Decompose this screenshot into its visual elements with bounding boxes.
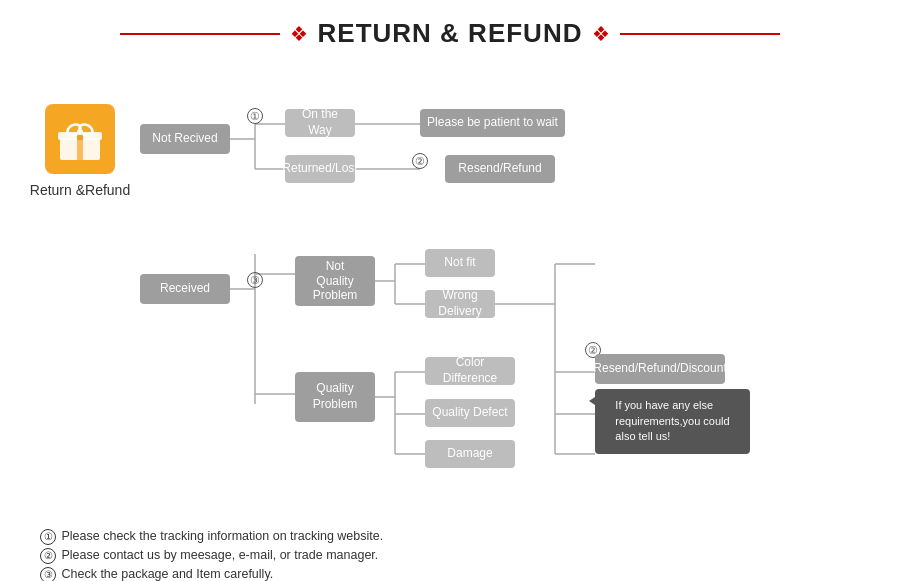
header-deco-right: ❖ — [592, 22, 610, 46]
node-not-quality-problem: Not Quality Problem — [295, 256, 375, 306]
footnote-2: ② Please contact us by meesage, e-mail, … — [40, 548, 860, 564]
svg-point-7 — [77, 129, 83, 135]
header: ❖ RETURN & REFUND ❖ — [0, 0, 900, 59]
gift-icon — [45, 104, 115, 174]
footnote-circle-3: ③ — [40, 567, 56, 581]
node-color-difference: Color Difference — [425, 357, 515, 385]
header-line-left — [120, 33, 280, 35]
node-not-received: Not Recived — [140, 124, 230, 154]
left-panel: Return &Refund — [20, 64, 140, 524]
node-wrong-delivery: Wrong Delivery — [425, 290, 495, 318]
node-returned-lost: Returned/Lost — [285, 155, 355, 183]
icon-label: Return &Refund — [30, 182, 130, 198]
circle-1-not-received: ① — [247, 108, 263, 124]
node-not-fit: Not fit — [425, 249, 495, 277]
node-on-the-way: On the Way — [285, 109, 355, 137]
footnote-1: ① Please check the tracking information … — [40, 529, 860, 545]
flowchart: ① ② ③ ② Not Recived On the Way Returned/… — [140, 64, 880, 524]
page: ❖ RETURN & REFUND ❖ — [0, 0, 900, 581]
node-quality-problem: Quality Problem — [295, 372, 375, 422]
node-resend-refund: Resend/Refund — [445, 155, 555, 183]
node-resend-refund-discount: Resend/Refund/Discount — [595, 354, 725, 384]
node-received: Received — [140, 274, 230, 304]
node-quality-defect: Quality Defect — [425, 399, 515, 427]
header-deco-left: ❖ — [290, 22, 308, 46]
node-please-wait: Please be patient to wait — [420, 109, 565, 137]
node-damage: Damage — [425, 440, 515, 468]
node-else-requirements: If you have any else requirements,you co… — [595, 389, 750, 454]
main-content: Return &Refund — [0, 64, 900, 524]
circle-3-received: ③ — [247, 272, 263, 288]
footer-notes: ① Please check the tracking information … — [0, 524, 900, 581]
circle-2-returned: ② — [412, 153, 428, 169]
footnote-3: ③ Check the package and Item carefully. — [40, 567, 860, 581]
header-title: RETURN & REFUND — [318, 18, 583, 49]
footnote-circle-2: ② — [40, 548, 56, 564]
gift-svg — [55, 114, 105, 164]
header-line-right — [620, 33, 780, 35]
footnote-circle-1: ① — [40, 529, 56, 545]
